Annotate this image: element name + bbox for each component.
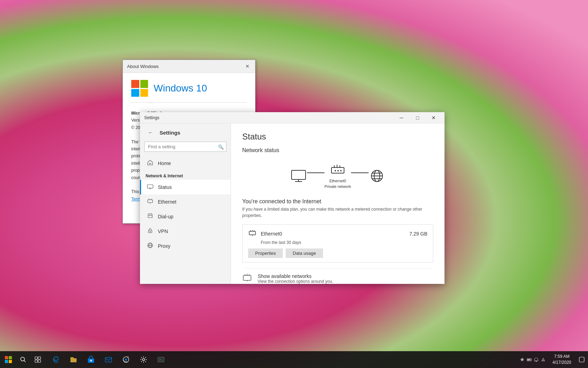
taskbar-settings-icon[interactable] — [135, 351, 152, 368]
svg-point-44 — [21, 357, 24, 361]
search-icon: 🔍 — [218, 144, 224, 149]
svg-text:>_: >_ — [159, 358, 163, 361]
sidebar-section-label: Network & Internet — [140, 171, 231, 180]
settings-window-title: Settings — [144, 115, 159, 120]
router-device: Ethernet0 Private network — [324, 163, 351, 189]
taskbar: ★ >_ — [0, 351, 588, 368]
sidebar-title: Settings — [160, 130, 180, 136]
line-2 — [351, 172, 369, 173]
internet-icon — [369, 169, 385, 183]
svg-rect-49 — [38, 360, 41, 362]
svg-point-27 — [337, 170, 339, 171]
about-dialog-title: About Windows — [127, 64, 159, 69]
ethernet-card-header: Ethernet0 7.29 GB — [248, 229, 427, 239]
svg-rect-52 — [105, 357, 112, 362]
svg-rect-39 — [243, 275, 251, 280]
ethernet-sublabel: From the last 30 days — [261, 240, 427, 245]
close-button[interactable]: ✕ — [426, 112, 442, 123]
svg-line-45 — [24, 361, 26, 362]
home-icon — [147, 159, 154, 167]
show-networks-text: Show available networks View the connect… — [258, 273, 333, 284]
svg-rect-47 — [38, 357, 41, 359]
svg-rect-59 — [531, 359, 531, 360]
start-button[interactable] — [0, 351, 17, 368]
taskbar-store-icon[interactable]: ★ — [83, 351, 99, 368]
page-title: Status — [242, 132, 433, 142]
connected-desc: If you have a limited data plan, you can… — [242, 206, 433, 219]
network-diagram: Ethernet0 Private network — [242, 159, 433, 193]
sidebar-item-home[interactable]: Home — [140, 156, 231, 171]
properties-button[interactable]: Properties — [248, 248, 283, 258]
connected-title: You're connected to the Internet — [242, 198, 433, 205]
taskbar-clock[interactable]: 7:59 AM 4/17/2020 — [548, 351, 575, 368]
settings-main: Status Network status — [231, 123, 444, 284]
svg-point-54 — [125, 359, 127, 361]
taskbar-mail-icon[interactable] — [100, 351, 117, 368]
system-tray[interactable] — [517, 351, 548, 368]
taskbar-right: 7:59 AM 4/17/2020 — [517, 351, 588, 368]
computer-icon — [290, 169, 307, 183]
about-close-button[interactable]: ✕ — [244, 63, 251, 70]
show-networks-item[interactable]: Show available networks View the connect… — [242, 268, 433, 284]
taskbar-chrome-icon[interactable] — [118, 351, 134, 368]
taskbar-edge-icon[interactable] — [48, 351, 64, 368]
about-titlebar: About Windows ✕ — [123, 60, 255, 73]
taskbar-explorer-icon[interactable] — [65, 351, 82, 368]
router-name: Ethernet0 — [329, 179, 346, 183]
status-label: Status — [158, 184, 172, 190]
taskbar-apps: ★ >_ — [48, 351, 169, 368]
search-box[interactable]: 🔍 — [144, 142, 226, 152]
about-windows-title: Windows 10 — [154, 83, 207, 94]
ethernet-icon — [147, 198, 154, 206]
sidebar-item-proxy[interactable]: Proxy — [140, 239, 231, 253]
svg-rect-34 — [249, 231, 255, 235]
proxy-label: Proxy — [158, 243, 170, 249]
ethernet-card: Ethernet0 7.29 GB From the last 30 days … — [242, 224, 433, 263]
svg-marker-63 — [542, 358, 545, 361]
clock-date: 4/17/2020 — [553, 360, 571, 366]
line-1 — [307, 172, 324, 173]
eth-name-row: Ethernet0 — [248, 229, 282, 239]
proxy-icon — [147, 242, 154, 250]
titlebar-controls: ─ □ ✕ — [393, 112, 442, 123]
task-view-button[interactable] — [29, 351, 46, 368]
sidebar-header: ← Settings — [140, 123, 231, 142]
settings-body: ← Settings 🔍 Home Network & Internet — [140, 123, 444, 284]
taskbar-search-button[interactable] — [17, 353, 29, 366]
maximize-button[interactable]: □ — [410, 112, 426, 123]
data-usage-button[interactable]: Data usage — [286, 248, 323, 258]
search-input[interactable] — [144, 142, 226, 152]
ethernet-data-usage-amount: 7.29 GB — [410, 231, 427, 237]
ethernet-label: Ethernet — [158, 199, 176, 205]
minimize-button[interactable]: ─ — [393, 112, 410, 123]
show-networks-title: Show available networks — [258, 273, 333, 279]
network-status-label: Network status — [242, 147, 433, 154]
settings-window: Settings ─ □ ✕ ← Settings 🔍 — [140, 112, 444, 284]
show-networks-icon — [242, 273, 252, 284]
svg-rect-46 — [35, 357, 37, 359]
svg-rect-0 — [147, 185, 153, 188]
svg-point-15 — [150, 231, 151, 232]
svg-rect-65 — [579, 357, 584, 362]
windows-flag-logo — [131, 80, 148, 97]
svg-rect-13 — [151, 215, 152, 216]
svg-text:★: ★ — [90, 359, 93, 362]
ethernet-buttons: Properties Data usage — [248, 248, 427, 258]
sidebar-item-status[interactable]: Status — [140, 180, 231, 195]
sidebar-item-vpn[interactable]: VPN — [140, 224, 231, 239]
notification-button[interactable] — [575, 351, 588, 368]
svg-point-55 — [142, 359, 145, 361]
router-icon — [329, 163, 346, 177]
ethernet-card-icon — [248, 229, 257, 239]
svg-rect-12 — [150, 215, 150, 216]
start-logo — [5, 356, 12, 363]
svg-point-26 — [335, 170, 336, 171]
taskbar-terminal-icon[interactable]: >_ — [153, 351, 169, 368]
home-label: Home — [158, 161, 171, 166]
back-button[interactable]: ← — [146, 128, 155, 137]
about-logo-area: Windows 10 — [131, 80, 247, 103]
connected-message: You're connected to the Internet If you … — [242, 198, 433, 219]
vpn-label: VPN — [158, 229, 168, 234]
sidebar-item-dialup[interactable]: Dial-up — [140, 209, 231, 224]
sidebar-item-ethernet[interactable]: Ethernet — [140, 195, 231, 209]
